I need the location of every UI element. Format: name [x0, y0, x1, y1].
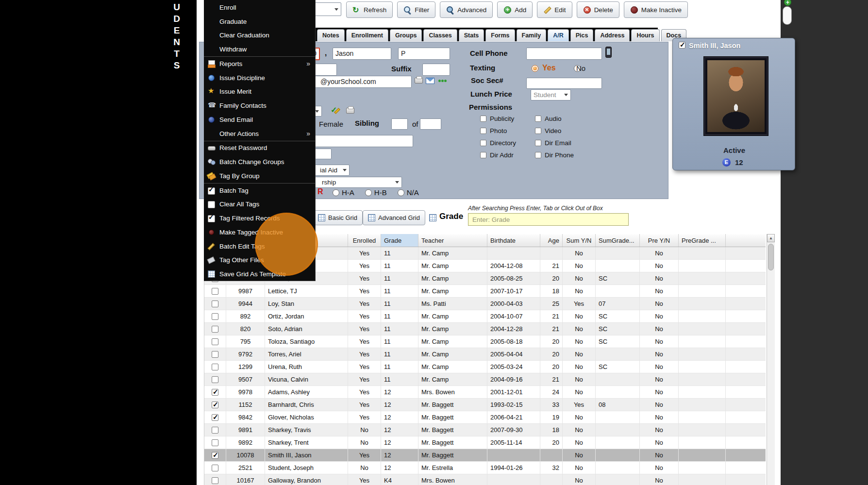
- menu-item-clear-graduation[interactable]: Clear Graduation: [204, 29, 315, 43]
- lunch-price-select[interactable]: Student: [531, 89, 571, 100]
- middle-initial-input[interactable]: P: [398, 48, 450, 60]
- menu-item-enroll[interactable]: Enroll: [204, 0, 315, 15]
- table-row[interactable]: 820Soto, AdrianYes11Mr. Camp2004-12-2821…: [204, 323, 766, 335]
- filter-button[interactable]: Filter: [397, 1, 435, 18]
- row-checkbox[interactable]: [212, 326, 218, 333]
- row-checkbox[interactable]: [212, 338, 218, 345]
- menu-item-batch-change-groups[interactable]: Batch Change Groups: [204, 155, 315, 169]
- table-row[interactable]: 795Toloza, SantiagoYes11Mr. Camp2005-08-…: [204, 335, 766, 348]
- row-select-cell[interactable]: [204, 399, 226, 411]
- row-select-cell[interactable]: [204, 348, 226, 361]
- texting-yes-radio[interactable]: [532, 65, 538, 72]
- table-row[interactable]: 9944Loy, StanYes11Ms. Patti2000-04-0325Y…: [204, 298, 766, 310]
- email-input[interactable]: @yourSchool.com: [300, 76, 412, 88]
- row-checkbox[interactable]: [212, 301, 218, 307]
- make-inactive-button[interactable]: Make Inactive: [624, 1, 688, 18]
- grade-search-input[interactable]: Enter: Grade: [468, 213, 629, 226]
- table-row[interactable]: 1299Urena, RuthYes11Mr. Camp2005-03-2420…: [204, 361, 766, 373]
- row-checkbox[interactable]: [212, 427, 218, 434]
- table-row[interactable]: 9987Lettice, TJYes11Mr. Camp2007-10-1718…: [204, 285, 766, 298]
- row-select-cell[interactable]: [204, 373, 226, 386]
- table-row[interactable]: 1152Barnhardt, ChrisYes12Mr. Baggett1993…: [204, 399, 766, 411]
- envelope-icon[interactable]: [426, 78, 434, 84]
- add-button[interactable]: Add: [497, 1, 533, 18]
- permission-checkbox[interactable]: [480, 116, 486, 122]
- permission-checkbox[interactable]: [480, 140, 486, 146]
- tab-enrollment[interactable]: Enrollment: [346, 29, 388, 41]
- row-checkbox[interactable]: [212, 465, 218, 471]
- row-select-cell[interactable]: [204, 474, 226, 485]
- menu-item-family-contacts[interactable]: Family Contacts: [204, 99, 315, 113]
- print-icon[interactable]: [415, 78, 423, 84]
- row-checkbox[interactable]: [212, 414, 218, 421]
- row-checkbox[interactable]: [212, 389, 218, 396]
- menu-item-graduate[interactable]: Graduate: [204, 15, 315, 29]
- column-header-pre-y-n[interactable]: Pre Y/N: [640, 234, 679, 247]
- housing-radio[interactable]: [365, 189, 372, 196]
- soc-sec-input[interactable]: [526, 78, 602, 89]
- row-select-cell[interactable]: [204, 310, 226, 323]
- table-row[interactable]: 9792Torres, ArielYes11Mr. Camp2005-04-04…: [204, 348, 766, 361]
- tab-pics[interactable]: Pics: [570, 29, 594, 41]
- row-select-cell[interactable]: [204, 424, 226, 436]
- row-select-cell[interactable]: [204, 323, 226, 335]
- column-header-sumgrade[interactable]: SumGrade...: [596, 234, 640, 247]
- table-row[interactable]: 10078Smith III, JasonYes12Mr. BaggettNoN…: [204, 449, 766, 462]
- column-header-enrolled[interactable]: Enrolled: [348, 234, 381, 247]
- column-header-birthdate[interactable]: Birthdate: [487, 234, 540, 247]
- row-checkbox[interactable]: [212, 477, 218, 484]
- wide-input[interactable]: [300, 135, 413, 147]
- table-row[interactable]: 2521Student, JosephNo12Mr. Estrella1994-…: [204, 462, 766, 474]
- column-header-grade[interactable]: Grade: [381, 234, 418, 247]
- table-row[interactable]: 9891Sharkey, TravisNo12Mr. Baggett2007-0…: [204, 424, 766, 436]
- row-checkbox[interactable]: [212, 376, 218, 383]
- advanced-button[interactable]: Advanced: [440, 1, 493, 18]
- row-select-cell[interactable]: [204, 462, 226, 474]
- permission-checkbox[interactable]: [535, 116, 541, 122]
- menu-item-reset-password[interactable]: Reset Password: [204, 141, 315, 155]
- print-icon[interactable]: [346, 108, 354, 114]
- row-checkbox[interactable]: [212, 313, 218, 320]
- refresh-button[interactable]: Refresh: [346, 1, 393, 18]
- tab-groups[interactable]: Groups: [390, 29, 422, 41]
- row-select-cell[interactable]: [204, 386, 226, 399]
- row-checkbox[interactable]: [212, 439, 218, 446]
- column-header-sum-y-n[interactable]: Sum Y/N: [563, 234, 596, 247]
- permission-checkbox[interactable]: [480, 128, 486, 134]
- tab-a-r[interactable]: A/R: [548, 29, 569, 41]
- advanced-grid-button[interactable]: Advanced Grid: [363, 210, 425, 225]
- sibling-number-input[interactable]: [391, 118, 408, 130]
- tab-stats[interactable]: Stats: [459, 29, 484, 41]
- menu-item-issue-discipline[interactable]: Issue Discipline: [204, 71, 315, 85]
- housing-radio[interactable]: [333, 189, 339, 196]
- tab-family[interactable]: Family: [517, 29, 547, 41]
- menu-item-clear-all-tags[interactable]: Clear All Tags: [204, 198, 315, 212]
- tab-hours[interactable]: Hours: [631, 29, 659, 41]
- row-select-cell[interactable]: [204, 411, 226, 424]
- table-row[interactable]: 9507Vicuna, CalvinYes11Mr. Camp2004-09-1…: [204, 373, 766, 386]
- delete-button[interactable]: Delete: [577, 1, 619, 18]
- row-checkbox[interactable]: [212, 401, 218, 408]
- menu-item-issue-merit[interactable]: Issue Merit: [204, 85, 315, 99]
- page-scrollbar-thumb[interactable]: [783, 6, 792, 25]
- column-header-teacher[interactable]: Teacher: [418, 234, 487, 247]
- row-checkbox[interactable]: [212, 452, 218, 459]
- table-row[interactable]: 892Ortiz, JordanYes11Mr. Camp2004-10-072…: [204, 310, 766, 323]
- housing-radio[interactable]: [398, 189, 404, 196]
- menu-item-withdraw[interactable]: Withdraw: [204, 42, 315, 56]
- mobile-phone-icon[interactable]: [605, 47, 612, 58]
- column-header-pregrade[interactable]: PreGrade ...: [679, 234, 726, 247]
- table-row[interactable]: 9842Glover, NicholasYes12Mr. Baggett2006…: [204, 411, 766, 424]
- scrollbar-thumb[interactable]: [768, 244, 774, 270]
- suffix-input[interactable]: [422, 64, 450, 76]
- row-select-cell[interactable]: [204, 298, 226, 310]
- edit-button[interactable]: Edit: [537, 1, 572, 18]
- card-checkbox[interactable]: [679, 42, 685, 49]
- row-select-cell[interactable]: [204, 449, 226, 462]
- cell-phone-input[interactable]: [526, 48, 602, 60]
- row-select-cell[interactable]: [204, 436, 226, 449]
- grid-scrollbar[interactable]: ▲: [767, 234, 775, 485]
- menu-item-batch-tag[interactable]: Batch Tag: [204, 184, 315, 198]
- column-header-age[interactable]: Age: [540, 234, 563, 247]
- row-checkbox[interactable]: [212, 288, 218, 295]
